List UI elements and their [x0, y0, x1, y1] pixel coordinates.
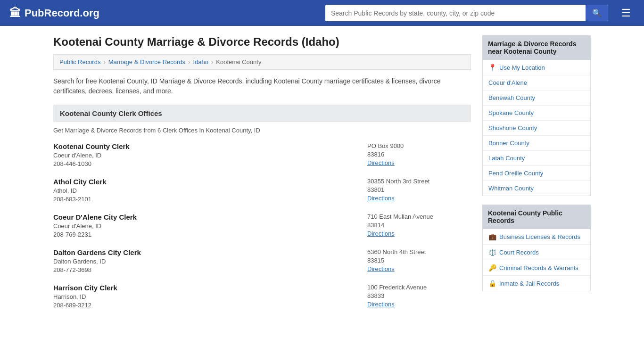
breadcrumb-link-marriage-divorce[interactable]: Marriage & Divorce Records — [108, 58, 185, 66]
sidebar-link-shoshone[interactable]: Shoshone County — [483, 121, 590, 135]
clerk-location: 6360 North 4th Street 83815 Directions — [367, 248, 471, 273]
use-location-label: Use My Location — [499, 64, 545, 71]
list-item: 💼 Business Licenses & Records — [483, 229, 590, 245]
key-icon: 🔑 — [488, 264, 496, 272]
sidebar-link-pend-oreille[interactable]: Pend Oreille County — [483, 166, 590, 181]
clerk-location: PO Box 9000 83816 Directions — [367, 142, 471, 167]
search-button[interactable]: 🔍 — [586, 5, 608, 21]
sidebar-link-benewah[interactable]: Benewah County — [483, 90, 590, 105]
sidebar-public-records-section: Kootenai County Public Records 💼 Busines… — [482, 205, 591, 291]
clerk-phone: 208-683-2101 — [53, 196, 358, 203]
sidebar-item-label: Pend Oreille County — [488, 170, 543, 177]
search-input[interactable] — [325, 6, 586, 21]
sub-description: Get Marriage & Divorce Records from 6 Cl… — [53, 127, 471, 134]
clerk-street: 100 Frederick Avenue — [367, 284, 471, 291]
main-content: Kootenai County Marriage & Divorce Recor… — [53, 35, 471, 319]
clerk-name: Coeur D'Alene City Clerk — [53, 213, 358, 221]
clerk-city-state: Athol, ID — [53, 187, 358, 194]
list-item: 📍 Use My Location — [483, 60, 590, 75]
clerk-zip: 83816 — [367, 151, 471, 158]
clerk-city-state: Coeur d'Alene, ID — [53, 222, 358, 230]
clerk-zip: 83801 — [367, 186, 471, 193]
breadcrumb-sep-1: › — [103, 58, 105, 66]
directions-link[interactable]: Directions — [367, 195, 395, 202]
use-my-location-link[interactable]: 📍 Use My Location — [483, 60, 590, 75]
scales-icon: ⚖️ — [488, 248, 496, 256]
breadcrumb: Public Records › Marriage & Divorce Reco… — [53, 54, 471, 70]
clerk-street: 30355 North 3rd Street — [367, 178, 471, 185]
breadcrumb-sep-2: › — [188, 58, 190, 66]
search-bar: 🔍 — [325, 5, 608, 21]
clerk-list: Kootenai County Clerk Coeur d'Alene, ID … — [53, 142, 471, 309]
table-row: Kootenai County Clerk Coeur d'Alene, ID … — [53, 142, 471, 167]
list-item: Whitman County — [483, 181, 590, 196]
sidebar-public-records-list: 💼 Business Licenses & Records ⚖️ Court R… — [482, 229, 591, 291]
clerk-zip: 83815 — [367, 257, 471, 264]
site-logo[interactable]: 🏛 PubRecord.org — [9, 7, 99, 20]
list-item: Shoshone County — [483, 121, 590, 136]
sidebar-item-label: Benewah County — [488, 94, 535, 101]
clerk-info: Dalton Gardens City Clerk Dalton Gardens… — [53, 248, 358, 273]
clerk-phone: 208-772-3698 — [53, 266, 358, 273]
sidebar-link-court-records[interactable]: ⚖️ Court Records — [483, 245, 590, 260]
sidebar-item-label: Whitman County — [488, 185, 534, 192]
logo-text: PubRecord.org — [25, 7, 99, 19]
sidebar-item-label: Inmate & Jail Records — [499, 280, 559, 287]
site-header: 🏛 PubRecord.org 🔍 ☰ — [0, 0, 644, 26]
clerk-name: Athol City Clerk — [53, 178, 358, 186]
list-item: 🔒 Inmate & Jail Records — [483, 276, 590, 291]
clerk-name: Kootenai County Clerk — [53, 142, 358, 150]
breadcrumb-link-idaho[interactable]: Idaho — [193, 58, 208, 66]
sidebar-link-whitman[interactable]: Whitman County — [483, 181, 590, 196]
directions-link[interactable]: Directions — [367, 159, 395, 166]
list-item: Pend Oreille County — [483, 166, 590, 181]
sidebar-link-business-licenses[interactable]: 💼 Business Licenses & Records — [483, 229, 590, 244]
clerk-info: Coeur D'Alene City Clerk Coeur d'Alene, … — [53, 213, 358, 238]
clerk-street: PO Box 9000 — [367, 142, 471, 149]
sidebar-item-label: Business Licenses & Records — [499, 233, 580, 240]
directions-link[interactable]: Directions — [367, 265, 395, 272]
menu-button[interactable]: ☰ — [618, 6, 635, 20]
sidebar-nearby-list: 📍 Use My Location Coeur d'Alene Benewah … — [482, 60, 591, 196]
sidebar-item-label: Coeur d'Alene — [488, 79, 527, 86]
table-row: Dalton Gardens City Clerk Dalton Gardens… — [53, 248, 471, 273]
sidebar-item-label: Criminal Records & Warrants — [499, 264, 578, 272]
directions-link[interactable]: Directions — [367, 230, 395, 237]
sidebar-item-label: Spokane County — [488, 109, 534, 116]
page-title: Kootenai County Marriage & Divorce Recor… — [53, 35, 471, 49]
sidebar-item-label: Shoshone County — [488, 124, 537, 132]
directions-link[interactable]: Directions — [367, 301, 395, 308]
clerk-city-state: Harrison, ID — [53, 293, 358, 300]
sidebar-item-label: Court Records — [499, 249, 539, 256]
clerk-location: 30355 North 3rd Street 83801 Directions — [367, 178, 471, 203]
page-container: Kootenai County Marriage & Divorce Recor… — [44, 26, 600, 329]
breadcrumb-sep-3: › — [211, 58, 213, 66]
sidebar-link-bonner[interactable]: Bonner County — [483, 136, 590, 150]
clerk-phone: 208-446-1030 — [53, 160, 358, 167]
list-item: Benewah County — [483, 90, 590, 106]
sidebar-link-inmate-records[interactable]: 🔒 Inmate & Jail Records — [483, 276, 590, 291]
clerk-info: Harrison City Clerk Harrison, ID 208-689… — [53, 284, 358, 309]
breadcrumb-link-public-records[interactable]: Public Records — [59, 58, 100, 66]
list-item: Latah County — [483, 151, 590, 166]
sidebar-public-records-header: Kootenai County Public Records — [482, 205, 591, 229]
search-icon: 🔍 — [592, 9, 602, 17]
sidebar-link-latah[interactable]: Latah County — [483, 151, 590, 165]
sidebar-nearby-header: Marriage & Divorce Records near Kootenai… — [482, 35, 591, 60]
clerk-name: Harrison City Clerk — [53, 284, 358, 292]
clerk-zip: 83814 — [367, 222, 471, 229]
sidebar-link-coeur-dalene[interactable]: Coeur d'Alene — [483, 75, 590, 90]
clerk-city-state: Coeur d'Alene, ID — [53, 152, 358, 159]
clerk-location: 710 East Mullan Avenue 83814 Directions — [367, 213, 471, 238]
clerk-info: Athol City Clerk Athol, ID 208-683-2101 — [53, 178, 358, 203]
menu-icon: ☰ — [621, 7, 631, 19]
table-row: Athol City Clerk Athol, ID 208-683-2101 … — [53, 178, 471, 203]
sidebar-link-criminal-records[interactable]: 🔑 Criminal Records & Warrants — [483, 260, 590, 275]
clerk-street: 6360 North 4th Street — [367, 248, 471, 255]
clerk-name: Dalton Gardens City Clerk — [53, 248, 358, 256]
clerk-city-state: Dalton Gardens, ID — [53, 258, 358, 265]
clerk-phone: 208-689-3212 — [53, 302, 358, 309]
briefcase-icon: 💼 — [488, 233, 496, 240]
sidebar-link-spokane[interactable]: Spokane County — [483, 106, 590, 120]
page-description: Search for free Kootenai County, ID Marr… — [53, 76, 471, 96]
